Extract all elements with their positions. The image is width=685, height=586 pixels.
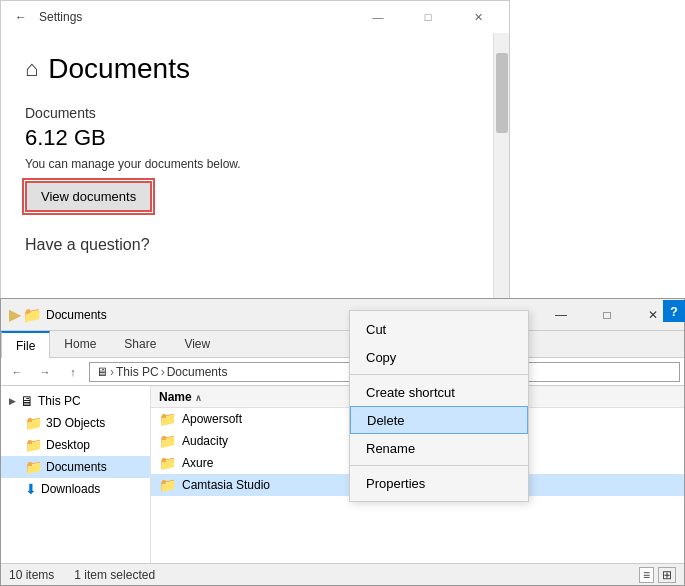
settings-window-title: Settings — [39, 10, 82, 24]
view-toggle: ≡ ⊞ — [639, 567, 676, 583]
ribbon: File Home Share View — [1, 331, 684, 358]
up-nav-button[interactable]: ↑ — [61, 361, 85, 383]
help-button[interactable]: ? — [663, 300, 685, 322]
forward-nav-button[interactable]: → — [33, 361, 57, 383]
explorer-minimize-button[interactable]: — — [538, 299, 584, 331]
address-bar: ← → ↑ 🖥 › This PC › Documents — [1, 358, 684, 386]
context-menu: Cut Copy Create shortcut Delete Rename P… — [349, 310, 529, 502]
breadcrumb-documents[interactable]: Documents — [167, 365, 228, 379]
tree-label: 3D Objects — [46, 416, 105, 430]
tree-item-this-pc[interactable]: ▶ 🖥 This PC — [1, 390, 150, 412]
name-column-label: Name — [159, 390, 192, 404]
settings-content: ⌂ Documents Documents 6.12 GB You can ma… — [1, 33, 509, 329]
explorer-maximize-button[interactable]: □ — [584, 299, 630, 331]
tree-label: Desktop — [46, 438, 90, 452]
folder-icon: 📁 — [159, 433, 176, 449]
context-menu-separator-2 — [350, 465, 528, 466]
back-button[interactable]: ← — [9, 5, 33, 29]
titlebar-folder-icon: ▶ — [9, 305, 21, 324]
selection-status: 1 item selected — [74, 568, 155, 582]
navigation-pane: ▶ 🖥 This PC 📁 3D Objects 📁 Desktop 📁 Doc… — [1, 386, 151, 563]
chevron-right-icon: ▶ — [9, 396, 16, 406]
minimize-button[interactable]: — — [355, 1, 401, 33]
sort-arrow-icon: ∧ — [195, 393, 202, 403]
view-documents-button[interactable]: View documents — [25, 181, 152, 212]
tree-item-3d-objects[interactable]: 📁 3D Objects — [1, 412, 150, 434]
storage-description: You can manage your documents below. — [25, 157, 485, 171]
computer-icon: 🖥 — [20, 393, 34, 409]
context-menu-rename[interactable]: Rename — [350, 434, 528, 462]
status-bar: 10 items 1 item selected ≡ ⊞ — [1, 563, 684, 585]
file-label: Camtasia Studio — [182, 478, 270, 492]
tab-view[interactable]: View — [170, 331, 224, 357]
file-label: Axure — [182, 456, 213, 470]
maximize-button[interactable]: □ — [405, 1, 451, 33]
tab-share[interactable]: Share — [110, 331, 170, 357]
scrollbar-thumb — [496, 53, 508, 133]
breadcrumb-sep-1: › — [110, 365, 114, 379]
close-button[interactable]: ✕ — [455, 1, 501, 33]
tree-label: Downloads — [41, 482, 100, 496]
name-column-header[interactable]: Name ∧ — [159, 390, 359, 404]
grid-view-icon[interactable]: ⊞ — [658, 567, 676, 583]
settings-window: ← Settings — □ ✕ ⌂ Documents Documents 6… — [0, 0, 510, 330]
tree-item-documents[interactable]: 📁 Documents — [1, 456, 150, 478]
breadcrumb-computer-icon: 🖥 — [96, 365, 108, 379]
folder-icon-desktop: 📁 — [25, 437, 42, 453]
download-icon: ⬇ — [25, 481, 37, 497]
breadcrumb-sep-2: › — [161, 365, 165, 379]
back-nav-button[interactable]: ← — [5, 361, 29, 383]
breadcrumb-this-pc[interactable]: This PC — [116, 365, 159, 379]
explorer-window-controls: — □ ✕ — [538, 299, 676, 331]
folder-icon: 📁 — [159, 455, 176, 471]
explorer-titlebar: ▶ 📁 Documents — □ ✕ — [1, 299, 684, 331]
ribbon-tabs: File Home Share View — [1, 331, 684, 357]
window-controls: — □ ✕ — [355, 1, 501, 33]
folder-icon-3d: 📁 — [25, 415, 42, 431]
context-menu-cut[interactable]: Cut — [350, 315, 528, 343]
tree-item-downloads[interactable]: ⬇ Downloads — [1, 478, 150, 500]
explorer-window: ▶ 📁 Documents — □ ✕ File Home Share View… — [0, 298, 685, 586]
tree-label: This PC — [38, 394, 81, 408]
page-title: Documents — [48, 53, 190, 85]
context-menu-copy[interactable]: Copy — [350, 343, 528, 371]
item-count: 10 items — [9, 568, 54, 582]
folder-icon: 📁 — [159, 411, 176, 427]
storage-size: 6.12 GB — [25, 125, 485, 151]
folder-icon-documents: 📁 — [25, 459, 42, 475]
explorer-window-title: Documents — [46, 308, 107, 322]
tab-file[interactable]: File — [1, 331, 50, 358]
settings-scrollbar[interactable] — [493, 33, 509, 329]
titlebar-folder-yellow: 📁 — [23, 306, 42, 324]
page-title-area: ⌂ Documents — [25, 53, 485, 85]
context-menu-properties[interactable]: Properties — [350, 469, 528, 497]
home-icon: ⌂ — [25, 56, 38, 82]
tree-label: Documents — [46, 460, 107, 474]
tab-home[interactable]: Home — [50, 331, 110, 357]
file-label: Apowersoft — [182, 412, 242, 426]
folder-icon: 📁 — [159, 477, 176, 493]
context-menu-create-shortcut[interactable]: Create shortcut — [350, 378, 528, 406]
context-menu-separator-1 — [350, 374, 528, 375]
have-question-heading: Have a question? — [25, 236, 485, 254]
tree-item-desktop[interactable]: 📁 Desktop — [1, 434, 150, 456]
context-menu-delete[interactable]: Delete — [350, 406, 528, 434]
settings-titlebar: ← Settings — □ ✕ — [1, 1, 509, 33]
section-label: Documents — [25, 105, 485, 121]
file-label: Audacity — [182, 434, 228, 448]
list-view-icon[interactable]: ≡ — [639, 567, 654, 583]
explorer-main: ▶ 🖥 This PC 📁 3D Objects 📁 Desktop 📁 Doc… — [1, 386, 684, 563]
